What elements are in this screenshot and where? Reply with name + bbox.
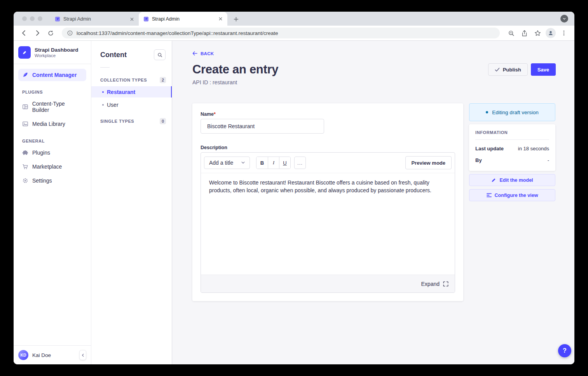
- configure-view-button[interactable]: Configure the view: [469, 189, 555, 201]
- rich-text-editor: Add a title B I U ... Preview mode We: [201, 152, 455, 293]
- browser-tab-2-active[interactable]: Strapi Admin: [139, 12, 227, 26]
- main-sidebar: Strapi Dashboard Workplace Content Manag…: [14, 41, 91, 364]
- expand-label[interactable]: Expand: [421, 281, 440, 287]
- layout-icon: [22, 104, 28, 110]
- strapi-app: Strapi Dashboard Workplace Content Manag…: [14, 41, 574, 364]
- draft-version-banner: Editing draft version: [469, 103, 555, 121]
- back-icon[interactable]: [19, 28, 29, 38]
- bold-button[interactable]: B: [256, 157, 268, 169]
- subnav-item-label: Restaurant: [107, 89, 135, 95]
- bullet-icon: [102, 91, 104, 93]
- sidebar-item-label: Content-Type Builder: [32, 101, 82, 113]
- entry-form-card: Name* Description Add a title B I: [192, 103, 463, 301]
- strapi-logo-icon: [18, 46, 31, 59]
- macos-traffic-lights[interactable]: [14, 12, 50, 26]
- sidebar-item-plugins[interactable]: Plugins: [18, 146, 86, 159]
- help-button[interactable]: ?: [558, 344, 571, 357]
- feather-pen-icon: [22, 72, 28, 78]
- strapi-favicon: [55, 16, 60, 22]
- gear-icon: [22, 178, 28, 184]
- entry-aside: Editing draft version INFORMATION Last u…: [469, 103, 555, 201]
- name-input[interactable]: [201, 119, 324, 134]
- expand-icon[interactable]: [443, 281, 448, 287]
- collapse-sidebar-button[interactable]: [79, 350, 86, 360]
- tab-close-icon[interactable]: [129, 16, 135, 22]
- browser-tabstrip: Strapi Admin Strapi Admin: [14, 12, 574, 26]
- editor-footer: Expand: [201, 275, 455, 292]
- subnav-item-user[interactable]: User: [91, 99, 172, 110]
- user-avatar[interactable]: KD: [18, 350, 28, 360]
- underline-button[interactable]: U: [279, 157, 290, 169]
- publish-button[interactable]: Publish: [488, 63, 528, 76]
- sidebar-section-general: GENERAL: [18, 132, 86, 146]
- italic-button[interactable]: I: [268, 157, 279, 169]
- configure-lines-icon: [487, 193, 492, 197]
- description-field-label: Description: [201, 145, 455, 150]
- page-info-icon[interactable]: [67, 30, 73, 36]
- search-icon: [157, 52, 162, 57]
- tab-title: Strapi Admin: [63, 16, 126, 22]
- last-update-label: Last update: [475, 146, 504, 151]
- url-text: localhost:1337/admin/content-manager/col…: [77, 30, 278, 36]
- single-types-label: SINGLE TYPES: [100, 119, 134, 124]
- workspace-title: Strapi Dashboard: [35, 47, 79, 54]
- edit-model-button[interactable]: Edit the model: [469, 174, 555, 186]
- title-style-select[interactable]: Add a title: [204, 157, 250, 169]
- zoom-indicator-icon[interactable]: [506, 28, 516, 38]
- bookmark-star-icon[interactable]: [532, 28, 543, 38]
- subnav-item-label: User: [107, 102, 119, 108]
- sidebar-footer: KD Kai Doe: [14, 345, 91, 364]
- by-label: By: [475, 157, 482, 163]
- sidebar-item-marketplace[interactable]: Marketplace: [18, 160, 86, 173]
- sidebar-item-media-library[interactable]: Media Library: [18, 118, 86, 130]
- picture-icon: [22, 121, 28, 127]
- tab-title: Strapi Admin: [152, 16, 214, 22]
- puzzle-icon: [22, 150, 28, 156]
- more-options-button[interactable]: ...: [294, 157, 306, 169]
- divider: [475, 139, 549, 140]
- forward-icon[interactable]: [32, 28, 42, 38]
- reload-icon[interactable]: [45, 28, 56, 38]
- sidebar-item-content-manager[interactable]: Content Manager: [18, 69, 86, 81]
- sidebar-item-label: Plugins: [32, 150, 50, 156]
- sidebar-item-content-type-builder[interactable]: Content-Type Builder: [18, 97, 86, 116]
- sidebar-item-label: Marketplace: [32, 164, 62, 170]
- browser-profile-avatar[interactable]: [546, 28, 556, 38]
- browser-tab-1[interactable]: Strapi Admin: [50, 12, 139, 26]
- preview-mode-button[interactable]: Preview mode: [405, 156, 452, 169]
- browser-toolbar: localhost:1337/admin/content-manager/col…: [14, 26, 574, 41]
- sidebar-section-plugins: PLUGINS: [18, 83, 86, 97]
- search-button[interactable]: [154, 49, 166, 60]
- bullet-icon: [102, 104, 104, 106]
- cart-icon: [22, 164, 28, 170]
- url-bar[interactable]: localhost:1337/admin/content-manager/col…: [62, 28, 500, 38]
- workspace-subtitle: Workplace: [35, 53, 79, 58]
- browser-window: Strapi Admin Strapi Admin localhost:1337…: [14, 12, 574, 364]
- share-icon[interactable]: [519, 28, 529, 38]
- collection-types-count-badge: 2: [160, 77, 166, 83]
- editor-textarea[interactable]: Welcome to Biscotte restaurant! Restaura…: [201, 173, 455, 275]
- save-button[interactable]: Save: [531, 63, 556, 76]
- new-tab-button[interactable]: [230, 14, 241, 24]
- tab-close-icon[interactable]: [217, 16, 223, 22]
- draft-banner-label: Editing draft version: [492, 110, 538, 115]
- by-value: -: [548, 157, 549, 163]
- draft-dot-icon: [486, 111, 488, 113]
- subnav-item-restaurant[interactable]: Restaurant: [91, 86, 172, 97]
- user-name: Kai Doe: [32, 352, 75, 358]
- subnav-title: Content: [100, 51, 127, 59]
- back-arrow-icon: [192, 51, 197, 56]
- check-icon: [495, 68, 500, 72]
- api-id-subtitle: API ID : restaurant: [192, 79, 556, 85]
- workspace-brand[interactable]: Strapi Dashboard Workplace: [14, 41, 91, 64]
- sidebar-item-label: Content Manager: [32, 72, 77, 78]
- back-link[interactable]: BACK: [192, 51, 214, 56]
- sidebar-item-label: Settings: [32, 178, 52, 184]
- main-content: BACK Create an entry Publish Save API ID…: [172, 41, 574, 364]
- sidebar-item-settings[interactable]: Settings: [18, 174, 86, 187]
- required-asterisk: *: [214, 111, 216, 117]
- chrome-menu-icon[interactable]: [559, 28, 569, 38]
- chevron-down-icon: [241, 162, 245, 164]
- chrome-menu-caret-icon[interactable]: [560, 15, 568, 23]
- pencil-icon: [491, 178, 496, 183]
